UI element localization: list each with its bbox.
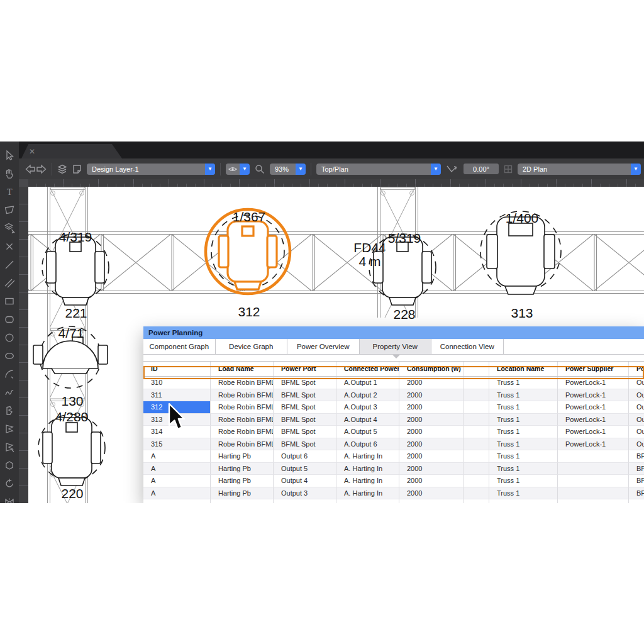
pan-tool-icon[interactable]	[4, 168, 15, 179]
table-cell[interactable]: PowerLock-1	[558, 414, 629, 426]
table-cell[interactable]: Outp	[629, 438, 644, 451]
column-header[interactable]: Consumption (w)	[399, 362, 464, 376]
table-cell[interactable]: A.Output 6	[336, 438, 399, 451]
table-cell[interactable]: A.Output 2	[336, 389, 399, 402]
back-forward-arrows-icon[interactable]	[25, 164, 47, 174]
table-cell[interactable]: PowerLock-1	[558, 401, 629, 414]
table-cell[interactable]: Robe Robin BFML Spot	[211, 401, 274, 414]
mirror-tool-icon[interactable]	[4, 496, 15, 503]
visibility-button[interactable]: ▼	[226, 164, 250, 175]
column-header[interactable]: Load Name	[211, 362, 274, 376]
table-cell[interactable]: Outp	[629, 426, 644, 438]
rotate-tool-icon[interactable]	[4, 478, 15, 489]
table-cell[interactable]: 311	[143, 389, 211, 402]
table-cell[interactable]: Output 3	[274, 487, 336, 500]
table-cell[interactable]: A. Harting In	[336, 463, 399, 475]
table-cell[interactable]: A. Harting In	[336, 450, 399, 463]
rectangle-tool-icon[interactable]	[4, 296, 15, 307]
table-cell[interactable]	[464, 426, 489, 438]
table-cell[interactable]: Truss 1	[489, 426, 558, 438]
table-row[interactable]: 314Robe Robin BFML SpotBFML SpotA.Output…	[143, 426, 644, 438]
table-cell[interactable]	[464, 438, 489, 451]
table-cell[interactable]: 312	[143, 401, 211, 414]
table-cell[interactable]: Truss 1	[489, 475, 558, 487]
table-row[interactable]: AHarting PbOutput 3A. Harting In2000Trus…	[143, 487, 644, 500]
table-cell[interactable]: A	[143, 487, 211, 500]
table-cell[interactable]	[464, 475, 489, 487]
table-cell[interactable]	[336, 499, 399, 503]
table-cell[interactable]: Outp	[629, 414, 644, 426]
table-cell[interactable]	[464, 487, 489, 500]
freehand-tool-icon[interactable]	[4, 387, 15, 398]
column-header[interactable]: Connected Power Dist...	[336, 362, 399, 376]
table-cell[interactable]: A	[143, 475, 211, 487]
table-cell[interactable]: 2000	[399, 450, 464, 463]
table-cell[interactable]: A. Harting In	[336, 487, 399, 500]
tab-device-graph[interactable]: Device Graph	[216, 339, 288, 354]
lasso-tool-icon[interactable]	[4, 204, 15, 216]
table-cell[interactable]: Harting Pb	[211, 463, 274, 475]
ellipse-tool-icon[interactable]	[4, 350, 15, 362]
line-tool-icon[interactable]	[4, 259, 15, 270]
table-cell[interactable]: A.Output 3	[336, 401, 399, 414]
table-cell[interactable]: BFML Spot	[274, 389, 336, 402]
table-row[interactable]: 310Robe Robin BFML SpotBFML SpotA.Output…	[143, 377, 644, 389]
polyline-tool-icon[interactable]	[4, 405, 15, 416]
table-row[interactable]: 311Robe Robin BFML SpotBFML SpotA.Output…	[143, 389, 644, 402]
table-row[interactable]: AHarting PbOutput 5A. Harting In2000Trus…	[143, 463, 644, 475]
table-cell[interactable]: Truss 1	[489, 401, 558, 414]
note-icon[interactable]	[72, 164, 82, 174]
table-cell[interactable]: Harting Pb	[211, 475, 274, 487]
table-cell[interactable]: Truss 1	[489, 463, 558, 475]
table-cell[interactable]	[143, 499, 211, 503]
table-cell[interactable]	[464, 499, 489, 503]
column-header[interactable]: ID	[143, 362, 211, 376]
table-cell[interactable]: BFM	[629, 450, 644, 463]
double-line-tool-icon[interactable]	[4, 277, 15, 289]
table-cell[interactable]	[274, 499, 336, 503]
table-cell[interactable]: Robe Robin BFML Spot	[211, 389, 274, 402]
table-cell[interactable]: PowerLock-1	[558, 389, 629, 402]
table-cell[interactable]: BFML Spot	[274, 401, 336, 414]
text-tool-icon[interactable]: T	[4, 186, 15, 197]
grid-icon[interactable]	[504, 165, 513, 174]
layers-icon[interactable]	[57, 164, 67, 174]
table-cell[interactable]: BFM	[629, 463, 644, 475]
column-header[interactable]: Pow	[629, 362, 644, 376]
table-cell[interactable]	[464, 463, 489, 475]
selection-tool-icon[interactable]	[4, 150, 15, 161]
table-cell[interactable]: 2000	[399, 487, 464, 500]
table-cell[interactable]	[464, 450, 489, 463]
table-cell[interactable]: Robe Robin BFML Spot	[211, 438, 274, 451]
panel-title[interactable]: Power Planning	[143, 326, 644, 339]
table-cell[interactable]: Outp	[629, 377, 644, 389]
table-cell[interactable]	[464, 377, 489, 389]
table-cell[interactable]: A.Output 4	[336, 414, 399, 426]
table-cell[interactable]: 2000	[399, 463, 464, 475]
table-cell[interactable]: 315	[143, 438, 211, 451]
table-cell[interactable]	[558, 475, 629, 487]
table-cell[interactable]: A	[143, 450, 211, 463]
table-cell[interactable]: A	[143, 463, 211, 475]
column-header[interactable]	[464, 362, 489, 376]
table-cell[interactable]: Truss 1	[489, 414, 558, 426]
table-row[interactable]	[143, 499, 644, 503]
column-header[interactable]: Power Port	[274, 362, 336, 376]
tab-property-view[interactable]: Property View	[360, 339, 432, 354]
table-cell[interactable]: Truss 1	[489, 450, 558, 463]
table-cell[interactable]	[558, 463, 629, 475]
design-layer-dropdown[interactable]: Design Layer-1 ▼	[87, 164, 215, 175]
table-cell[interactable]	[464, 389, 489, 402]
table-cell[interactable]: PowerLock-1	[558, 438, 629, 451]
table-cell[interactable]: A. Harting In	[336, 475, 399, 487]
tab-connection-view[interactable]: Connection View	[431, 339, 504, 354]
table-cell[interactable]: Outp	[629, 401, 644, 414]
tab-component-graph[interactable]: Component Graph	[143, 339, 216, 354]
close-icon[interactable]: ✕	[29, 148, 35, 155]
table-cell[interactable]: Truss 1	[489, 487, 558, 500]
table-cell[interactable]: 2000	[399, 389, 464, 402]
table-cell[interactable]: 2000	[399, 401, 464, 414]
chevron-down-icon[interactable]: ▼	[631, 164, 641, 175]
magnifier-icon[interactable]	[255, 164, 265, 174]
table-cell[interactable]: Truss 1	[489, 389, 558, 402]
